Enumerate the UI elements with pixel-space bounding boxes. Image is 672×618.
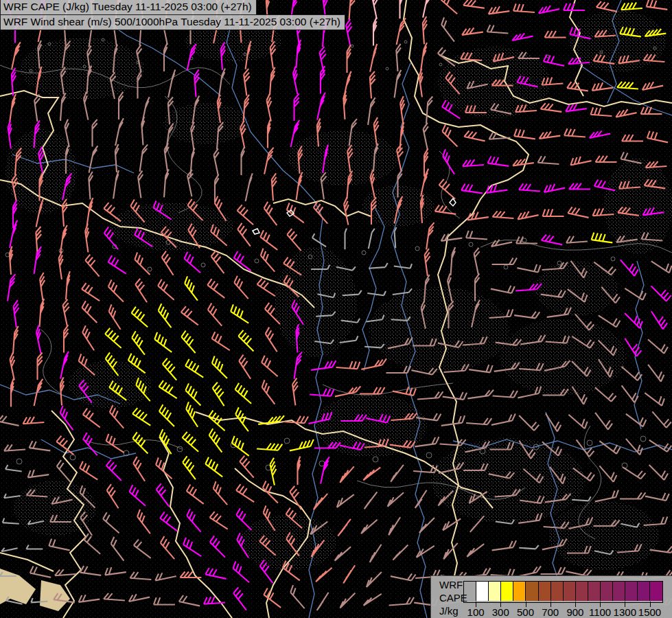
- stipple-region: [14, 481, 96, 536]
- legend-color-cell: [613, 582, 625, 601]
- legend-tick-label: 500: [517, 606, 534, 618]
- legend-color-cell: [489, 582, 501, 601]
- legend-color-cell: [638, 582, 650, 601]
- legend-tick-label: 1100: [589, 606, 611, 618]
- cape-legend: WRF CAPE J/kg 10030050070090011001300150…: [430, 575, 672, 618]
- stipple-region: [604, 158, 672, 254]
- legend-color-cell: [564, 582, 576, 601]
- map-canvas: [0, 0, 672, 618]
- stipple-region: [500, 319, 626, 396]
- legend-tick-label: 300: [492, 606, 509, 618]
- legend-color-bar: [463, 581, 663, 603]
- legend-tick-label: 100: [467, 606, 485, 618]
- legend-color-cell: [576, 582, 588, 601]
- map-title-cape: WRF CAPE (J/kg) Tuesday 11-11-2025 03:00…: [0, 0, 257, 15]
- weather-map-screen: WRF CAPE (J/kg) Tuesday 11-11-2025 03:00…: [0, 0, 672, 618]
- legend-tick-label: 1500: [638, 606, 661, 618]
- stipple-region: [369, 287, 509, 372]
- stipple-region: [288, 130, 398, 185]
- legend-color-cell: [588, 582, 601, 601]
- legend-color-cell: [526, 582, 538, 601]
- legend-color-cell: [513, 582, 526, 601]
- legend-tick-label: 700: [542, 606, 559, 618]
- legend-color-cell: [539, 582, 551, 601]
- legend-color-cell: [464, 582, 476, 601]
- legend-color-cell: [551, 582, 564, 601]
- legend-color-cell: [650, 582, 662, 601]
- legend-color-cell: [625, 582, 638, 601]
- stipple-region: [21, 38, 144, 100]
- legend-color-cell: [476, 582, 489, 601]
- title-overlay: WRF CAPE (J/kg) Tuesday 11-11-2025 03:00…: [0, 0, 345, 30]
- legend-color-cell: [501, 582, 513, 601]
- legend-color-cell: [601, 582, 613, 601]
- stipple-region: [549, 501, 659, 570]
- legend-tick-label: 1300: [614, 606, 636, 618]
- legend-tick-row: 100300500700900110013001500: [463, 602, 664, 618]
- map-title-windshear: WRF Wind shear (m/s) 500/1000hPa Tuesday…: [0, 14, 345, 30]
- stipple-region: [275, 247, 357, 357]
- legend-tick-label: 900: [566, 606, 583, 618]
